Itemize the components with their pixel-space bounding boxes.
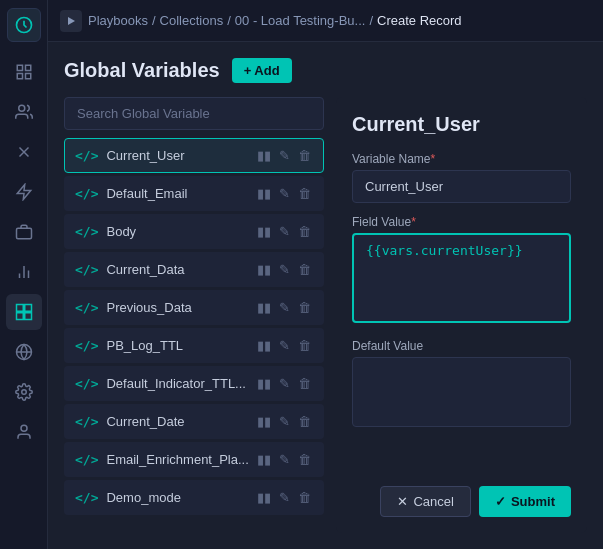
required-marker-2: *: [411, 215, 416, 229]
edit-icon[interactable]: ✎: [277, 147, 292, 164]
delete-icon[interactable]: 🗑: [296, 337, 313, 354]
copy-icon[interactable]: ▮▮: [255, 299, 273, 316]
copy-icon[interactable]: ▮▮: [255, 337, 273, 354]
breadcrumb: Playbooks / Collections / 00 - Load Test…: [88, 13, 462, 28]
variable-name-input[interactable]: [352, 170, 571, 203]
search-input[interactable]: [64, 97, 324, 130]
code-icon: </>: [75, 186, 98, 201]
breadcrumb-sep-3: /: [369, 13, 373, 28]
sidebar-item-blocks[interactable]: [6, 294, 42, 330]
copy-icon[interactable]: ▮▮: [255, 413, 273, 430]
list-item[interactable]: </> Email_Enrichment_Pla... ▮▮ ✎ 🗑: [64, 442, 324, 477]
svg-point-5: [18, 105, 24, 111]
var-name: Default_Indicator_TTL...: [106, 376, 255, 391]
breadcrumb-sep-2: /: [227, 13, 231, 28]
variable-name-field: Variable Name*: [352, 152, 571, 203]
submit-button[interactable]: ✓ Submit: [479, 486, 571, 517]
code-icon: </>: [75, 376, 98, 391]
svg-rect-14: [24, 305, 31, 312]
var-actions: ▮▮ ✎ 🗑: [255, 299, 313, 316]
sidebar-item-person[interactable]: [6, 414, 42, 450]
edit-icon[interactable]: ✎: [277, 489, 292, 506]
sidebar-item-gear[interactable]: [6, 374, 42, 410]
var-name: Default_Email: [106, 186, 255, 201]
copy-icon[interactable]: ▮▮: [255, 185, 273, 202]
cancel-button[interactable]: ✕ Cancel: [380, 486, 470, 517]
copy-icon[interactable]: ▮▮: [255, 489, 273, 506]
default-value-label: Default Value: [352, 339, 571, 353]
delete-icon[interactable]: 🗑: [296, 451, 313, 468]
field-value-textarea[interactable]: {{vars.currentUser}}: [352, 233, 571, 323]
list-item[interactable]: </> Current_Data ▮▮ ✎ 🗑: [64, 252, 324, 287]
variable-name-label: Variable Name*: [352, 152, 571, 166]
svg-rect-13: [16, 305, 23, 312]
sidebar-item-chart[interactable]: [6, 254, 42, 290]
code-icon: </>: [75, 148, 98, 163]
sidebar-logo[interactable]: [7, 8, 41, 42]
breadcrumb-collections[interactable]: Collections: [160, 13, 224, 28]
list-item[interactable]: </> PB_Log_TTL ▮▮ ✎ 🗑: [64, 328, 324, 363]
var-name: Body: [106, 224, 255, 239]
var-name: Current_Date: [106, 414, 255, 429]
delete-icon[interactable]: 🗑: [296, 299, 313, 316]
sidebar-item-dashboard[interactable]: [6, 54, 42, 90]
page-title: Global Variables: [64, 59, 220, 82]
edit-icon[interactable]: ✎: [277, 223, 292, 240]
var-actions: ▮▮ ✎ 🗑: [255, 261, 313, 278]
code-icon: </>: [75, 224, 98, 239]
svg-rect-1: [17, 65, 22, 70]
list-item[interactable]: </> Previous_Data ▮▮ ✎ 🗑: [64, 290, 324, 325]
list-item[interactable]: </> Current_Date ▮▮ ✎ 🗑: [64, 404, 324, 439]
edit-icon[interactable]: ✎: [277, 451, 292, 468]
delete-icon[interactable]: 🗑: [296, 147, 313, 164]
delete-icon[interactable]: 🗑: [296, 223, 313, 240]
edit-icon[interactable]: ✎: [277, 299, 292, 316]
cancel-x-icon: ✕: [397, 494, 408, 509]
breadcrumb-sep-1: /: [152, 13, 156, 28]
main-area: Playbooks / Collections / 00 - Load Test…: [48, 0, 603, 549]
edit-icon[interactable]: ✎: [277, 261, 292, 278]
breadcrumb-playbooks[interactable]: Playbooks: [88, 13, 148, 28]
edit-icon[interactable]: ✎: [277, 375, 292, 392]
svg-rect-16: [24, 313, 31, 320]
var-actions: ▮▮ ✎ 🗑: [255, 413, 313, 430]
field-value-group: Field Value* {{vars.currentUser}}: [352, 215, 571, 327]
delete-icon[interactable]: 🗑: [296, 413, 313, 430]
content-area: Global Variables + Add </> Current_User …: [48, 42, 603, 549]
copy-icon[interactable]: ▮▮: [255, 147, 273, 164]
sidebar-item-tools[interactable]: [6, 134, 42, 170]
list-item[interactable]: </> Body ▮▮ ✎ 🗑: [64, 214, 324, 249]
list-item[interactable]: </> Demo_mode ▮▮ ✎ 🗑: [64, 480, 324, 515]
list-item[interactable]: </> Default_Email ▮▮ ✎ 🗑: [64, 176, 324, 211]
copy-icon[interactable]: ▮▮: [255, 375, 273, 392]
edit-icon[interactable]: ✎: [277, 185, 292, 202]
add-button[interactable]: + Add: [232, 58, 292, 83]
play-button[interactable]: [60, 10, 82, 32]
var-actions: ▮▮ ✎ 🗑: [255, 185, 313, 202]
sidebar-item-users[interactable]: [6, 94, 42, 130]
svg-rect-4: [25, 74, 30, 79]
sidebar-item-lightning[interactable]: [6, 174, 42, 210]
copy-icon[interactable]: ▮▮: [255, 223, 273, 240]
code-icon: </>: [75, 338, 98, 353]
code-icon: </>: [75, 490, 98, 505]
default-value-textarea[interactable]: [352, 357, 571, 427]
delete-icon[interactable]: 🗑: [296, 261, 313, 278]
copy-icon[interactable]: ▮▮: [255, 451, 273, 468]
detail-panel: Current_User Variable Name* Field Value*…: [336, 97, 587, 533]
sidebar-item-briefcase[interactable]: [6, 214, 42, 250]
delete-icon[interactable]: 🗑: [296, 185, 313, 202]
delete-icon[interactable]: 🗑: [296, 375, 313, 392]
page-header: Global Variables + Add: [64, 58, 587, 83]
breadcrumb-load-testing[interactable]: 00 - Load Testing-Bu...: [235, 13, 366, 28]
list-item[interactable]: </> Default_Indicator_TTL... ▮▮ ✎ 🗑: [64, 366, 324, 401]
svg-point-20: [21, 425, 27, 431]
sidebar-item-globe[interactable]: [6, 334, 42, 370]
svg-rect-9: [16, 228, 31, 239]
var-name: Current_Data: [106, 262, 255, 277]
edit-icon[interactable]: ✎: [277, 413, 292, 430]
edit-icon[interactable]: ✎: [277, 337, 292, 354]
list-item[interactable]: </> Current_User ▮▮ ✎ 🗑: [64, 138, 324, 173]
delete-icon[interactable]: 🗑: [296, 489, 313, 506]
copy-icon[interactable]: ▮▮: [255, 261, 273, 278]
